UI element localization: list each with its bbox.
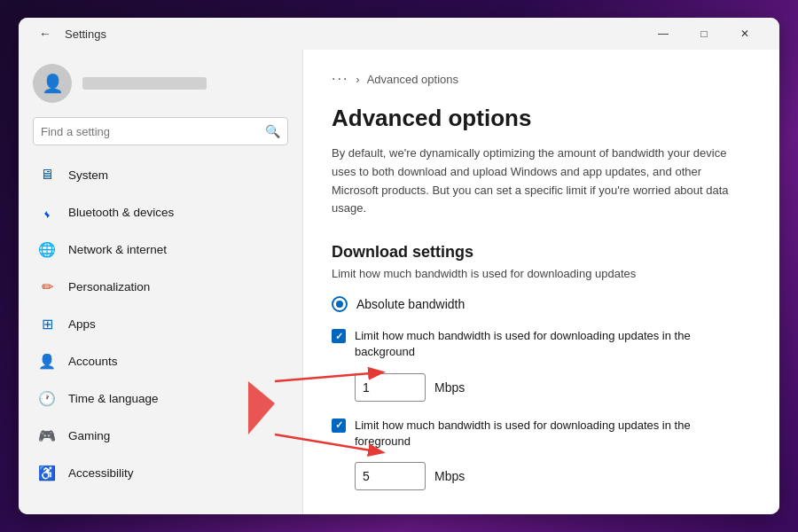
search-input[interactable] — [41, 125, 265, 138]
download-section-title: Download settings — [332, 243, 751, 262]
bandwidth-input-foreground[interactable] — [355, 462, 426, 490]
sidebar-label-personalization: Personalization — [68, 280, 150, 293]
sidebar-label-system: System — [68, 168, 108, 182]
window-title: Settings — [65, 27, 106, 41]
maximize-button[interactable]: □ — [684, 20, 724, 48]
gaming-icon: 🎮 — [38, 426, 56, 444]
unit-label-1: Mbps — [434, 380, 465, 395]
unit-label-2: Mbps — [434, 469, 465, 483]
network-icon: 🌐 — [38, 240, 56, 258]
sidebar-item-system[interactable]: 🖥 System — [24, 157, 297, 192]
sidebar-label-accessibility: Accessibility — [68, 466, 134, 480]
system-icon: 🖥 — [38, 166, 56, 184]
checkmark-1: ✓ — [335, 331, 343, 342]
sidebar-item-accessibility[interactable]: ♿ Accessibility — [24, 455, 297, 490]
accounts-icon: 👤 — [38, 352, 56, 370]
bandwidth-input-row-1: Mbps — [355, 373, 751, 402]
radio-absolute[interactable] — [332, 296, 348, 312]
checkbox-label-foreground: Limit how much bandwidth is used for dow… — [355, 418, 700, 450]
minimize-button[interactable]: — — [643, 20, 684, 48]
main-content: ··· › Advanced options Advanced options … — [302, 50, 779, 514]
breadcrumb-dots: ··· — [332, 71, 348, 87]
breadcrumb-arrow: › — [356, 73, 359, 86]
checkbox-background[interactable]: ✓ — [332, 329, 346, 343]
breadcrumb: ··· › Advanced options — [332, 71, 751, 87]
radio-label-absolute: Absolute bandwidth — [356, 297, 465, 311]
title-bar-left: ← Settings — [33, 21, 643, 46]
username-bar — [82, 77, 207, 90]
sidebar-label-apps: Apps — [68, 317, 96, 331]
accessibility-icon: ♿ — [38, 464, 56, 481]
sidebar-item-bluetooth[interactable]: Bluetooth & devices — [24, 194, 297, 230]
radio-inner — [336, 301, 343, 308]
sidebar-label-time: Time & language — [68, 392, 159, 405]
content-area: 👤 🔍 🖥 System Bluetooth & devices 🌐 — [19, 50, 779, 514]
sidebar-item-apps[interactable]: ⊞ Apps — [24, 306, 297, 341]
search-icon: 🔍 — [265, 124, 280, 138]
page-title: Advanced options — [332, 105, 751, 132]
user-profile: 👤 — [19, 50, 302, 113]
sidebar-label-accounts: Accounts — [68, 355, 118, 368]
back-button[interactable]: ← — [33, 21, 58, 46]
checkbox-foreground[interactable]: ✓ — [332, 419, 346, 433]
personalization-icon: ✏ — [38, 278, 56, 295]
sidebar-item-personalization[interactable]: ✏ Personalization — [24, 269, 297, 304]
sidebar-label-bluetooth: Bluetooth & devices — [68, 206, 174, 219]
checkbox-row-foreground[interactable]: ✓ Limit how much bandwidth is used for d… — [332, 418, 751, 450]
search-box[interactable]: 🔍 — [33, 117, 288, 145]
apps-icon: ⊞ — [38, 315, 56, 332]
description-text: By default, we're dynamically optimizing… — [332, 145, 751, 218]
sidebar-item-time[interactable]: 🕐 Time & language — [24, 380, 297, 416]
checkbox-label-background: Limit how much bandwidth is used for dow… — [355, 328, 700, 360]
bandwidth-input-background[interactable] — [355, 373, 426, 402]
sidebar-label-network: Network & internet — [68, 243, 167, 256]
avatar: 👤 — [33, 64, 72, 103]
settings-window: ← Settings — □ ✕ 👤 🔍 🖥 System — [19, 18, 779, 514]
checkbox-row-background[interactable]: ✓ Limit how much bandwidth is used for d… — [332, 328, 751, 360]
bandwidth-input-row-2: Mbps — [355, 462, 751, 490]
checkmark-2: ✓ — [335, 419, 343, 431]
title-bar: ← Settings — □ ✕ — [19, 18, 779, 50]
window-controls: — □ ✕ — [643, 20, 765, 48]
time-icon: 🕐 — [38, 389, 56, 407]
sidebar-item-accounts[interactable]: 👤 Accounts — [24, 343, 297, 379]
radio-row-absolute[interactable]: Absolute bandwidth — [332, 296, 751, 312]
close-button[interactable]: ✕ — [724, 20, 765, 48]
sidebar-label-gaming: Gaming — [68, 429, 110, 442]
bluetooth-icon — [38, 203, 56, 221]
sidebar: 👤 🔍 🖥 System Bluetooth & devices 🌐 — [19, 50, 302, 514]
breadcrumb-label: Advanced options — [367, 73, 458, 86]
sidebar-item-network[interactable]: 🌐 Network & internet — [24, 231, 297, 267]
sidebar-item-gaming[interactable]: 🎮 Gaming — [24, 418, 297, 453]
download-section-subtitle: Limit how much bandwidth is used for dow… — [332, 267, 751, 280]
